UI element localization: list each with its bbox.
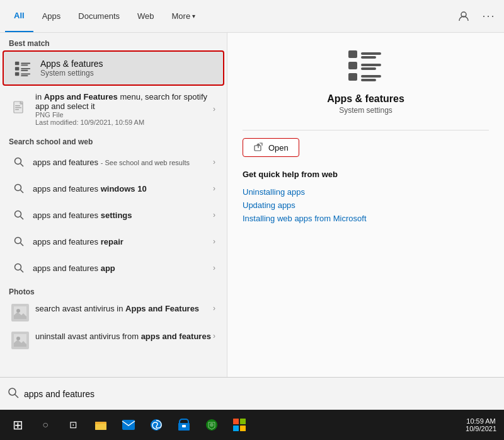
search-result-item-0[interactable]: apps and features - See school and web r… xyxy=(3,149,224,175)
svg-rect-46 xyxy=(182,425,186,427)
svg-point-22 xyxy=(15,264,21,270)
svg-rect-43 xyxy=(122,420,135,430)
chevron-right-icon: › xyxy=(213,105,215,113)
svg-rect-7 xyxy=(15,72,20,76)
svg-rect-28 xyxy=(348,50,357,58)
file-icon xyxy=(11,100,29,118)
file-result-item[interactable]: in Apps and Features menu, search for sp… xyxy=(3,87,224,131)
chevron-right-photo-1: › xyxy=(213,332,215,340)
svg-rect-41 xyxy=(95,424,106,430)
best-match-item[interactable]: Apps & features System settings xyxy=(3,50,224,86)
svg-point-48 xyxy=(210,423,214,427)
result-text-4: apps and features app xyxy=(33,263,213,273)
svg-rect-49 xyxy=(233,419,239,424)
svg-point-20 xyxy=(15,238,21,244)
svg-rect-1 xyxy=(15,62,20,66)
start-button[interactable]: ⊞ xyxy=(5,412,30,437)
svg-point-18 xyxy=(15,211,21,217)
search-result-item-3[interactable]: apps and features repair › xyxy=(3,228,224,255)
user-icon xyxy=(458,11,469,22)
svg-rect-3 xyxy=(21,64,28,66)
svg-rect-11 xyxy=(15,105,20,107)
detail-app-title: Apps & features xyxy=(243,93,489,105)
quick-link-0[interactable]: Uninstalling apps xyxy=(243,185,489,199)
best-match-label: Best match xyxy=(0,33,227,50)
quick-link-2[interactable]: Installing web apps from Microsoft xyxy=(243,212,489,225)
svg-rect-36 xyxy=(361,79,376,81)
svg-rect-32 xyxy=(361,64,381,66)
svg-point-16 xyxy=(15,185,21,191)
mail-button[interactable] xyxy=(116,412,141,437)
tab-all[interactable]: All xyxy=(5,0,33,32)
search-button[interactable]: ○ xyxy=(33,412,58,437)
result-text-1: apps and features windows 10 xyxy=(33,184,213,194)
svg-rect-50 xyxy=(240,419,246,424)
open-button[interactable]: Open xyxy=(243,138,299,157)
photo-result-text-1: uninstall avast antivirus from apps and … xyxy=(35,332,213,341)
svg-point-25 xyxy=(16,309,20,313)
search-icon-1 xyxy=(11,181,26,196)
photo-result-text-0: search avast antivirus in Apps and Featu… xyxy=(35,304,213,313)
svg-rect-30 xyxy=(361,56,376,59)
chevron-down-icon: ▾ xyxy=(192,13,195,20)
photo-thumb-0 xyxy=(11,304,29,321)
edge-button[interactable] xyxy=(144,412,169,437)
photos-label: Photos xyxy=(0,281,227,299)
file-title: in Apps and Features menu, search for sp… xyxy=(35,92,213,111)
search-result-item-2[interactable]: apps and features settings › xyxy=(3,202,224,228)
chevron-right-icon-3: › xyxy=(213,237,215,246)
task-view-button[interactable]: ⊡ xyxy=(60,412,86,437)
tab-more[interactable]: More ▾ xyxy=(163,0,205,32)
search-icon-2 xyxy=(11,207,26,223)
detail-icon-area xyxy=(243,45,489,86)
quick-link-1[interactable]: Updating apps xyxy=(243,199,489,212)
photo-thumb-1 xyxy=(11,332,29,349)
svg-line-39 xyxy=(15,394,19,398)
svg-point-38 xyxy=(9,388,16,395)
svg-rect-35 xyxy=(361,75,381,78)
left-panel: Best match Apps & features System settin… xyxy=(0,33,227,377)
svg-rect-37 xyxy=(255,146,261,151)
tab-documents[interactable]: Documents xyxy=(69,0,129,32)
search-result-item-4[interactable]: apps and features app › xyxy=(3,255,224,281)
svg-rect-29 xyxy=(361,52,381,55)
svg-line-15 xyxy=(21,164,24,167)
detail-app-subtitle: System settings xyxy=(243,106,489,115)
tab-apps[interactable]: Apps xyxy=(33,0,70,32)
search-icon-4 xyxy=(11,260,26,275)
chevron-right-icon-4: › xyxy=(213,263,215,272)
photo-result-0[interactable]: search avast antivirus in Apps and Featu… xyxy=(3,299,224,327)
svg-line-23 xyxy=(21,270,24,273)
svg-rect-13 xyxy=(15,109,19,110)
svg-line-21 xyxy=(21,243,24,246)
chevron-right-icon-2: › xyxy=(213,211,215,219)
best-match-title: Apps & features xyxy=(40,59,103,69)
photos-button[interactable] xyxy=(227,412,252,437)
svg-rect-4 xyxy=(15,67,20,71)
svg-rect-42 xyxy=(95,422,100,424)
result-text-0: apps and features - See school and web r… xyxy=(33,158,213,167)
store-button[interactable] xyxy=(171,412,197,437)
svg-rect-51 xyxy=(233,426,239,431)
file-explorer-button[interactable] xyxy=(88,412,113,437)
search-input[interactable] xyxy=(24,389,150,399)
svg-rect-34 xyxy=(348,73,357,81)
apps-features-icon xyxy=(13,58,33,78)
svg-point-27 xyxy=(16,337,20,340)
quick-help-title: Get quick help from web xyxy=(243,170,489,179)
clock: 10:59 AM 10/9/2021 xyxy=(463,412,499,437)
search-bar xyxy=(0,377,504,410)
photo-result-1[interactable]: uninstall avast antivirus from apps and … xyxy=(3,327,224,354)
svg-line-19 xyxy=(21,217,24,220)
chevron-right-icon-1: › xyxy=(213,184,215,193)
search-result-item-1[interactable]: apps and features windows 10 › xyxy=(3,175,224,202)
more-options-btn[interactable]: ··· xyxy=(479,6,499,26)
svg-rect-31 xyxy=(348,62,357,69)
chevron-right-photo-0: › xyxy=(213,304,215,313)
svg-rect-9 xyxy=(21,75,28,76)
tab-web[interactable]: Web xyxy=(129,0,163,32)
taskbar: ⊞ ○ ⊡ 10:59 AM 10/9/2021 xyxy=(0,410,504,440)
xbox-button[interactable] xyxy=(199,412,224,437)
divider xyxy=(243,130,489,130)
user-icon-btn[interactable] xyxy=(454,6,474,26)
